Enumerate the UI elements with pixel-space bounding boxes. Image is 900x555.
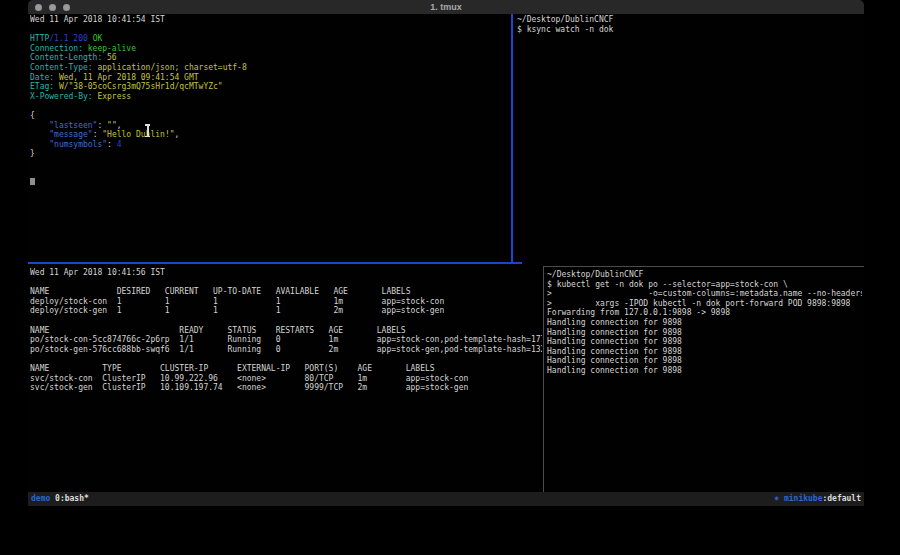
status-right: ⎈ minikube:default (774, 492, 861, 506)
header-value: application/json; charset=utf-8 (97, 63, 246, 72)
window-tab-bash[interactable]: 0:bash* (55, 494, 89, 503)
window-titlebar[interactable]: 1. tmux (28, 0, 864, 14)
session-name: demo (31, 494, 55, 503)
pods-table-header: NAME READY STATUS RESTARTS AGE LABELS (30, 326, 542, 336)
blank-line (30, 169, 510, 179)
table-row: deploy/stock-gen 1 1 1 1 2m app=stock-ge… (30, 306, 542, 316)
zoom-button-icon[interactable] (63, 4, 70, 11)
http-header-line: Content-Type:application/json; charset=u… (30, 63, 510, 73)
json-key: "numsymbols" (49, 140, 107, 149)
table-row: deploy/stock-con 1 1 1 1 1m app=stock-co… (30, 297, 542, 307)
blank-line (30, 278, 542, 288)
header-name: X-Powered-By: (30, 92, 93, 101)
header-name: Connection: (30, 44, 83, 53)
blank-line (30, 354, 542, 364)
json-colon: : (93, 130, 103, 139)
pane-border-horizontal[interactable] (544, 266, 864, 267)
tmux-session: Wed 11 Apr 2018 10:41:54 IST HTTP/1.1 20… (28, 14, 864, 492)
pane-port-forward[interactable]: ~/Desktop/DublinCNCF $ kubectl get -n do… (547, 270, 862, 490)
json-body-line: "lastseen": "", (30, 121, 510, 131)
http-header-line: X-Powered-By:Express (30, 92, 510, 102)
json-key: "lastseen" (49, 121, 97, 130)
timestamp-line: Wed 11 Apr 2018 10:41:56 IST (30, 268, 542, 278)
active-pane-border-vertical[interactable] (511, 14, 513, 263)
active-pane-border-horizontal[interactable] (28, 262, 522, 264)
shell-cursor-line (30, 178, 510, 188)
header-value: Express (97, 92, 131, 101)
services-table-rows: svc/stock-con ClusterIP 10.99.222.96 <no… (30, 374, 542, 393)
http-header-line: Date:Wed, 11 Apr 2018 09:41:54 GMT (30, 73, 510, 83)
ibeam-cursor-icon (144, 124, 152, 137)
deployments-table-rows: deploy/stock-con 1 1 1 1 1m app=stock-co… (30, 297, 542, 316)
json-body-line: "numsymbols": 4 (30, 140, 510, 150)
table-row: svc/stock-con ClusterIP 10.99.222.96 <no… (30, 374, 542, 384)
handling-connection-line: Handling connection for 9898 (547, 366, 862, 376)
pane-ksync[interactable]: ~/Desktop/DublinCNCF $ ksync watch -n do… (517, 15, 862, 261)
command-lines: $ kubectl get -n dok po --selector=app=s… (547, 280, 862, 309)
status-left: demo 0:bash* (31, 492, 89, 506)
header-value: W/"38-05coCsrg3mQ75sHr1d/qcMTwYZc" (59, 82, 223, 91)
kubernetes-helm-icon: ⎈ (774, 494, 784, 503)
table-row: po/stock-con-5cc874766c-2p6rp 1/1 Runnin… (30, 335, 542, 345)
json-open-brace: { (30, 111, 510, 121)
cwd-line: ~/Desktop/DublinCNCF (517, 15, 862, 25)
command-line: > -o=custom-columns=:metadata.name --no-… (547, 289, 862, 299)
http-header-line: ETag:W/"38-05coCsrg3mQ75sHr1d/qcMTwYZc" (30, 82, 510, 92)
http-status-line: HTTP/1.1 200 OK (30, 34, 510, 44)
terminal-block-cursor (30, 178, 35, 185)
json-close-brace: } (30, 149, 510, 159)
json-key: "message" (49, 130, 92, 139)
http-header-line: Connection:keep-alive (30, 44, 510, 54)
json-value: "Hello Dublin!" (102, 130, 174, 139)
indent (30, 121, 49, 130)
kube-namespace: :default (822, 494, 861, 503)
http-header-line: Content-Length:56 (30, 53, 510, 63)
handling-connection-line: Handling connection for 9898 (547, 318, 862, 328)
indent (30, 140, 49, 149)
json-value: "" (107, 121, 117, 130)
command-line: $ kubectl get -n dok po --selector=app=s… (547, 280, 862, 290)
json-body-line: "message": "Hello Dublin!", (30, 130, 510, 140)
header-name: ETag: (30, 82, 54, 91)
tmux-status-bar: demo 0:bash* ⎈ minikube:default (28, 492, 864, 506)
close-button-icon[interactable] (35, 4, 42, 11)
handling-connection-line: Handling connection for 9898 (547, 347, 862, 357)
terminal-window: 1. tmux Wed 11 Apr 2018 10:41:54 IST HTT… (28, 0, 864, 506)
traffic-lights (35, 4, 70, 11)
blank-line (30, 25, 510, 35)
json-colon: : (97, 121, 107, 130)
header-value: keep-alive (88, 44, 136, 53)
json-value: 4 (117, 140, 122, 149)
http-status-text: OK (93, 34, 103, 43)
pods-table-rows: po/stock-con-5cc874766c-2p6rp 1/1 Runnin… (30, 335, 542, 354)
timestamp-line: Wed 11 Apr 2018 10:41:54 IST (30, 15, 510, 25)
table-row: po/stock-gen-576cc688bb-swqf6 1/1 Runnin… (30, 345, 542, 355)
handling-lines: Handling connection for 9898Handling con… (547, 318, 862, 376)
pane-kubectl-watch[interactable]: Wed 11 Apr 2018 10:41:56 IST NAME DESIRE… (30, 268, 542, 490)
window-title: 1. tmux (28, 0, 864, 14)
command-line: $ ksync watch -n dok (517, 25, 862, 35)
forwarding-line: Forwarding from 127.0.0.1:9898 -> 9898 (547, 308, 862, 318)
header-value: Wed, 11 Apr 2018 09:41:54 GMT (59, 73, 199, 82)
minimize-button-icon[interactable] (49, 4, 56, 11)
deployments-table-header: NAME DESIRED CURRENT UP-TO-DATE AVAILABL… (30, 287, 542, 297)
blank-line (30, 101, 510, 111)
header-name: Content-Type: (30, 63, 93, 72)
blank-line (30, 316, 542, 326)
header-value: 56 (107, 53, 117, 62)
json-colon: : (107, 140, 117, 149)
pane-http-response[interactable]: Wed 11 Apr 2018 10:41:54 IST HTTP/1.1 20… (30, 15, 510, 261)
services-table-header: NAME TYPE CLUSTER-IP EXTERNAL-IP PORT(S)… (30, 364, 542, 374)
indent (30, 130, 49, 139)
http-version-status: /1.1 200 (49, 34, 92, 43)
blank-line (30, 159, 510, 169)
cwd-line: ~/Desktop/DublinCNCF (547, 270, 862, 280)
table-row: svc/stock-gen ClusterIP 10.109.197.74 <n… (30, 383, 542, 393)
handling-connection-line: Handling connection for 9898 (547, 328, 862, 338)
http-protocol: HTTP (30, 34, 49, 43)
json-comma: , (117, 121, 122, 130)
header-name: Content-Length: (30, 53, 102, 62)
handling-connection-line: Handling connection for 9898 (547, 356, 862, 366)
pane-border-vertical[interactable] (543, 266, 544, 492)
kube-context: minikube (784, 494, 823, 503)
